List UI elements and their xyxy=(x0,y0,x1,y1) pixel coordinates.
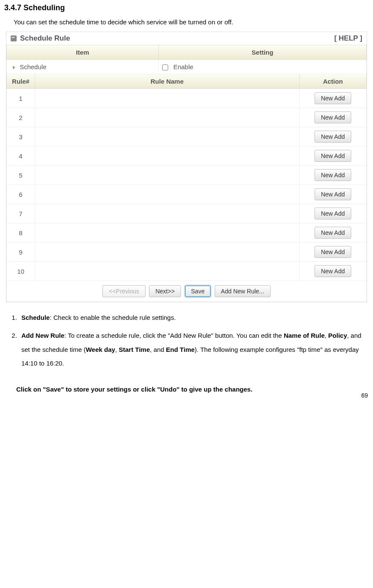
collapse-icon[interactable] xyxy=(11,35,17,41)
list-item: Schedule: Check to enable the schedule r… xyxy=(19,311,369,325)
rule-number: 1 xyxy=(7,89,35,108)
new-add-button[interactable]: New Add xyxy=(315,169,351,181)
item-setting-table: Item Setting Schedule Enable xyxy=(6,45,367,74)
new-add-button[interactable]: New Add xyxy=(315,111,351,123)
next-button[interactable]: Next>> xyxy=(149,285,181,297)
help-link[interactable]: [ HELP ] xyxy=(334,34,362,43)
rule-action-cell: New Add xyxy=(300,185,367,204)
rule-action-cell: New Add xyxy=(300,243,367,262)
table-row: 8New Add xyxy=(7,223,367,243)
new-add-button[interactable]: New Add xyxy=(315,131,351,143)
schedule-rule-panel: Schedule Rule [ HELP ] Item Setting Sche… xyxy=(6,32,367,302)
page-number: 69 xyxy=(361,392,368,399)
rule-number: 7 xyxy=(7,204,35,223)
table-row: 4New Add xyxy=(7,146,367,166)
panel-title: Schedule Rule xyxy=(20,34,70,43)
rule-number: 6 xyxy=(7,185,35,204)
new-add-button[interactable]: New Add xyxy=(315,188,351,200)
new-add-button[interactable]: New Add xyxy=(315,208,351,219)
pager-row: <<Previous Next>> Save Add New Rule... xyxy=(7,281,367,302)
instruction-list: Schedule: Check to enable the schedule r… xyxy=(19,311,369,370)
save-button[interactable]: Save xyxy=(185,285,211,297)
item-header: Item xyxy=(7,45,159,60)
bold-term: Week day xyxy=(86,346,115,353)
bold-term: Schedule xyxy=(21,314,50,321)
rule-number: 8 xyxy=(7,223,35,243)
rule-number: 9 xyxy=(7,243,35,262)
rule-number: 10 xyxy=(7,262,35,281)
schedule-enable-row: Schedule Enable xyxy=(7,60,367,74)
rule-number: 5 xyxy=(7,166,35,185)
rule-number: 4 xyxy=(7,146,35,166)
rule-action-cell: New Add xyxy=(300,108,367,127)
bold-term: Policy xyxy=(328,332,347,339)
enable-checkbox[interactable] xyxy=(162,64,168,70)
rule-name-cell xyxy=(35,185,300,204)
rule-action-header: Action xyxy=(300,74,367,89)
table-row: 10New Add xyxy=(7,262,367,281)
rule-name-cell xyxy=(35,127,300,146)
rule-name-cell xyxy=(35,108,300,127)
rule-name-cell xyxy=(35,262,300,281)
table-row: 3New Add xyxy=(7,127,367,146)
rules-table: Rule# Rule Name Action 1New Add2New Add3… xyxy=(6,74,367,302)
new-add-button[interactable]: New Add xyxy=(315,265,351,277)
rule-action-cell: New Add xyxy=(300,262,367,281)
table-row: 2New Add xyxy=(7,108,367,127)
list-item: Add New Rule: To create a schedule rule,… xyxy=(19,329,369,370)
panel-header: Schedule Rule [ HELP ] xyxy=(6,32,367,45)
rule-name-cell xyxy=(35,166,300,185)
rule-name-cell xyxy=(35,223,300,243)
closing-note: Click on "Save" to store your settings o… xyxy=(16,386,369,393)
bold-term: Start Time xyxy=(119,346,150,353)
rule-action-cell: New Add xyxy=(300,223,367,243)
rule-number: 2 xyxy=(7,108,35,127)
setting-header: Setting xyxy=(159,45,367,60)
bold-term: Name of Rule xyxy=(284,332,325,339)
rule-action-cell: New Add xyxy=(300,204,367,223)
new-add-button[interactable]: New Add xyxy=(315,92,351,104)
enable-label: Enable xyxy=(173,63,193,70)
rule-num-header: Rule# xyxy=(7,74,35,89)
table-row: 7New Add xyxy=(7,204,367,223)
previous-button: <<Previous xyxy=(102,285,146,297)
new-add-button[interactable]: New Add xyxy=(315,227,351,239)
table-row: 5New Add xyxy=(7,166,367,185)
rule-name-cell xyxy=(35,146,300,166)
table-row: 6New Add xyxy=(7,185,367,204)
rule-action-cell: New Add xyxy=(300,127,367,146)
rule-action-cell: New Add xyxy=(300,166,367,185)
rule-number: 3 xyxy=(7,127,35,146)
table-row: 9New Add xyxy=(7,243,367,262)
rule-action-cell: New Add xyxy=(300,89,367,108)
bold-term: End Time xyxy=(166,346,195,353)
new-add-button[interactable]: New Add xyxy=(315,150,351,162)
table-row: 1New Add xyxy=(7,89,367,108)
new-add-button[interactable]: New Add xyxy=(315,246,351,258)
intro-text: You can set the schedule time to decide … xyxy=(14,18,369,26)
caret-icon xyxy=(13,66,15,69)
add-new-rule-button[interactable]: Add New Rule... xyxy=(215,285,271,297)
bold-term: Add New Rule xyxy=(21,332,64,339)
section-heading: 3.4.7 Scheduling xyxy=(4,3,369,12)
rule-name-header: Rule Name xyxy=(35,74,300,89)
schedule-label: Schedule xyxy=(20,63,47,70)
rule-action-cell: New Add xyxy=(300,146,367,166)
rule-name-cell xyxy=(35,204,300,223)
rule-name-cell xyxy=(35,243,300,262)
rule-name-cell xyxy=(35,89,300,108)
